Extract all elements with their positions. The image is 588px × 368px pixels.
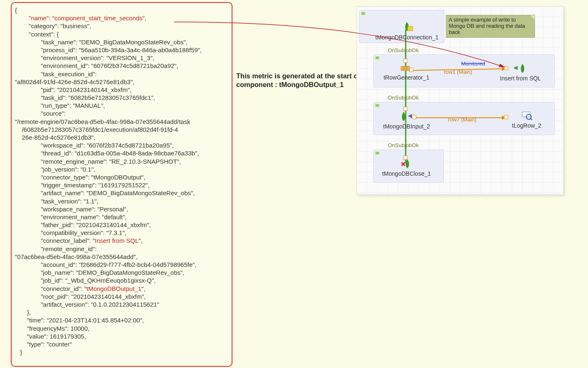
link-onsubjobok-3: OnSubjobOk: [388, 142, 419, 148]
json-text: { "name": "component_start_time_seconds"…: [15, 6, 228, 356]
metric-caption: This metric is generated at the start of…: [236, 72, 361, 89]
component-tRowGenerator[interactable]: tRowGenerator_1: [382, 64, 431, 81]
svg-rect-14: [404, 66, 407, 70]
component-label: tMongoDBInput_2: [382, 123, 431, 130]
link-onsubjobok-1: OnSubjobOk: [388, 47, 419, 53]
svg-rect-12: [408, 27, 413, 31]
rowgenerator-icon: [400, 64, 413, 72]
component-label: tRowGenerator_1: [382, 74, 431, 81]
component-label: tMongoDBClose_1: [382, 170, 431, 177]
component-tMongoDBOutput[interactable]: Insert from SQL: [496, 63, 545, 82]
mongodb-close-icon: [401, 158, 412, 168]
json-metric-panel: { "name": "component_start_time_seconds"…: [11, 2, 232, 367]
link-onsubjobok-2: OnSubjobOk: [388, 94, 419, 101]
component-label: tLogRow_2: [502, 122, 552, 129]
link-row1: row1 (Main): [444, 69, 472, 75]
insert-leaf-icon: [513, 63, 528, 73]
svg-rect-15: [407, 66, 409, 70]
component-tMongoDBClose[interactable]: tMongoDBClose_1: [382, 158, 431, 177]
svg-line-20: [530, 119, 532, 120]
logrow-icon: [520, 111, 533, 120]
mongodb-input-icon: [399, 111, 414, 121]
component-tLogRow[interactable]: tLogRow_2: [502, 111, 552, 129]
link-row7: row7 (Main): [448, 116, 477, 123]
job-designer-canvas: A simple example of write to Mongo DB an…: [356, 6, 564, 195]
svg-marker-16: [513, 66, 518, 70]
component-label: Insert from SQL: [496, 75, 545, 82]
svg-rect-13: [401, 66, 404, 70]
link-monitored: Monitored: [461, 61, 485, 67]
designer-note[interactable]: A simple example of write to Mongo DB an…: [446, 15, 535, 38]
component-tMongoDBConnection[interactable]: tMongoDBConnection_1: [372, 21, 442, 41]
mongodb-leaf-icon: [401, 21, 413, 32]
svg-marker-17: [408, 114, 412, 118]
component-label: tMongoDBConnection_1: [372, 34, 442, 41]
component-tMongoDBInput[interactable]: tMongoDBInput_2: [382, 111, 431, 130]
